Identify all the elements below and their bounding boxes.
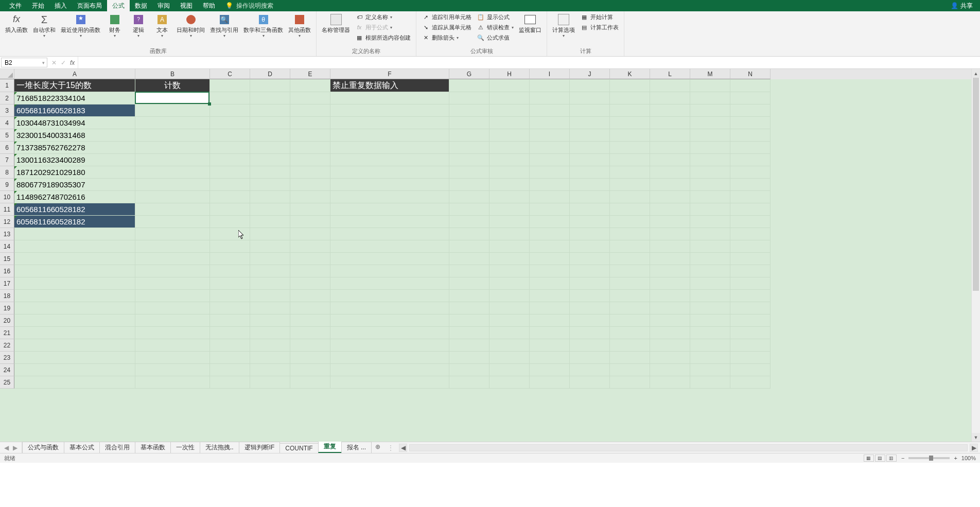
cell-B17[interactable] (135, 277, 210, 290)
cell-C25[interactable] (210, 376, 250, 389)
cell-L17[interactable] (650, 277, 690, 290)
cell-H4[interactable] (489, 117, 530, 129)
cell-G8[interactable] (449, 166, 489, 179)
cell-F13[interactable] (330, 228, 449, 240)
page-break-view-button[interactable]: ▥ (886, 454, 897, 462)
sheet-nav-prev[interactable]: ◀ (4, 444, 9, 451)
cell-L1[interactable] (650, 79, 690, 92)
cell-E16[interactable] (290, 265, 330, 277)
cell-K7[interactable] (610, 154, 650, 166)
scroll-up-button[interactable]: ▲ (972, 69, 980, 78)
menu-tab-视图[interactable]: 视图 (175, 0, 198, 12)
menu-tab-公式[interactable]: 公式 (107, 0, 130, 12)
column-header-C[interactable]: C (210, 69, 250, 79)
cell-G2[interactable] (449, 92, 489, 104)
calculation-options-button[interactable]: 计算选项 (550, 12, 577, 40)
column-header-D[interactable]: D (250, 69, 290, 79)
cell-K15[interactable] (610, 253, 650, 265)
cell-L14[interactable] (650, 240, 690, 253)
cell-D22[interactable] (250, 339, 290, 352)
menu-tab-审阅[interactable]: 审阅 (152, 0, 175, 12)
cell-K25[interactable] (610, 376, 650, 389)
zoom-out-button[interactable]: − (901, 455, 904, 461)
menu-tab-页面布局[interactable]: 页面布局 (72, 0, 107, 12)
sheet-tab-7[interactable]: COUNTIF (279, 443, 318, 453)
cell-D15[interactable] (250, 253, 290, 265)
cell-H23[interactable] (489, 352, 530, 364)
cell-N8[interactable] (730, 166, 771, 179)
cell-E22[interactable] (290, 339, 330, 352)
cell-C1[interactable] (210, 79, 250, 92)
cell-J2[interactable] (570, 92, 610, 104)
cell-B23[interactable] (135, 352, 210, 364)
cell-F20[interactable] (330, 314, 449, 327)
cell-F17[interactable] (330, 277, 449, 290)
row-header-17[interactable]: 17 (0, 277, 14, 290)
cell-M25[interactable] (690, 376, 730, 389)
cell-B25[interactable] (135, 376, 210, 389)
cell-L23[interactable] (650, 352, 690, 364)
cell-G18[interactable] (449, 290, 489, 302)
cell-B12[interactable] (135, 216, 210, 228)
cell-A10[interactable]: 1148962748702616 (14, 191, 135, 203)
cell-F6[interactable] (330, 142, 449, 154)
sheet-tab-6[interactable]: 逻辑判断IF (239, 442, 281, 453)
cell-C9[interactable] (210, 179, 250, 191)
cell-L7[interactable] (650, 154, 690, 166)
cell-N12[interactable] (730, 216, 771, 228)
row-header-22[interactable]: 22 (0, 339, 14, 352)
column-header-B[interactable]: B (135, 69, 210, 79)
share-button[interactable]: 👤 共享 (948, 2, 976, 10)
menu-tab-开始[interactable]: 开始 (27, 0, 49, 12)
cell-D1[interactable] (250, 79, 290, 92)
cell-F10[interactable] (330, 191, 449, 203)
cell-M8[interactable] (690, 166, 730, 179)
cell-H15[interactable] (489, 253, 530, 265)
cell-D18[interactable] (250, 290, 290, 302)
cell-N18[interactable] (730, 290, 771, 302)
zoom-in-button[interactable]: + (954, 455, 957, 461)
cell-F12[interactable] (330, 216, 449, 228)
cell-H9[interactable] (489, 179, 530, 191)
cell-A23[interactable] (14, 352, 135, 364)
cell-E1[interactable] (290, 79, 330, 92)
cell-J10[interactable] (570, 191, 610, 203)
cell-J18[interactable] (570, 290, 610, 302)
cell-L10[interactable] (650, 191, 690, 203)
cell-F11[interactable] (330, 203, 449, 216)
cell-M15[interactable] (690, 253, 730, 265)
cell-D20[interactable] (250, 314, 290, 327)
row-header-2[interactable]: 2 (0, 92, 14, 104)
cell-J21[interactable] (570, 327, 610, 339)
cell-N16[interactable] (730, 265, 771, 277)
cell-G10[interactable] (449, 191, 489, 203)
cell-L18[interactable] (650, 290, 690, 302)
cell-D9[interactable] (250, 179, 290, 191)
logical-button[interactable]: ? 逻辑 (127, 12, 150, 40)
cell-D19[interactable] (250, 302, 290, 314)
cell-D10[interactable] (250, 191, 290, 203)
add-sheet-button[interactable]: ⊕ (371, 442, 384, 453)
cell-E5[interactable] (290, 129, 330, 142)
cell-H12[interactable] (489, 216, 530, 228)
more-functions-button[interactable]: 其他函数 (286, 12, 313, 40)
cell-J13[interactable] (570, 228, 610, 240)
cell-A24[interactable] (14, 364, 135, 376)
cell-G19[interactable] (449, 302, 489, 314)
cell-N5[interactable] (730, 129, 771, 142)
cell-K5[interactable] (610, 129, 650, 142)
cell-I11[interactable] (530, 203, 570, 216)
cell-B3[interactable] (135, 104, 210, 117)
cell-M5[interactable] (690, 129, 730, 142)
column-header-K[interactable]: K (610, 69, 650, 79)
cell-C8[interactable] (210, 166, 250, 179)
cell-N3[interactable] (730, 104, 771, 117)
cell-F14[interactable] (330, 240, 449, 253)
cell-I4[interactable] (530, 117, 570, 129)
sheet-tab-3[interactable]: 基本函数 (135, 442, 171, 453)
cell-F9[interactable] (330, 179, 449, 191)
cell-N24[interactable] (730, 364, 771, 376)
cell-L19[interactable] (650, 302, 690, 314)
cell-M22[interactable] (690, 339, 730, 352)
cell-A3[interactable]: 6056811660528183 (14, 104, 135, 117)
